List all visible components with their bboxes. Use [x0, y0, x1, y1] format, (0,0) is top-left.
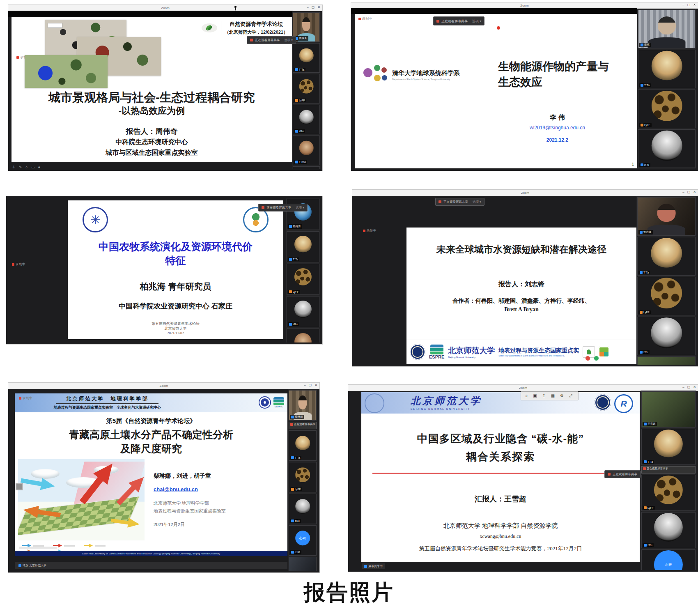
participant-tile[interactable]: 心研 心研	[289, 525, 317, 556]
options-menu[interactable]: 选项 ▾	[473, 200, 481, 204]
participant-tile[interactable]: 正在观看屏幕共享	[289, 422, 317, 429]
participant-tile[interactable]: 心研 心研	[293, 166, 320, 169]
close-icon[interactable]: ✕	[693, 190, 696, 194]
presenter-email-link[interactable]: wl2019@tsinghua.edu.cn	[486, 125, 629, 131]
options-menu[interactable]: 选项 ▾	[296, 206, 304, 210]
participant-name-chip: 心研	[290, 550, 301, 554]
viewing-banner[interactable]: 正在观看屏幕共享	[604, 470, 641, 478]
participant-avatar	[295, 467, 310, 482]
options-menu[interactable]: 选项 ▾	[472, 19, 481, 23]
participant-tile[interactable]: LyFF	[641, 475, 696, 511]
zoom-window-6: Zoom –▢✕ ♫ ▣ ↥ ▦ ⚙ ⤢ 北京师范大学 BEIJING NORM…	[348, 385, 698, 572]
minimize-icon[interactable]: –	[307, 5, 308, 9]
slide-title-line2: 耦合关系探索	[361, 450, 640, 464]
participant-tile[interactable]: zRu	[289, 494, 317, 524]
options-menu[interactable]: 选项 ▾	[284, 38, 293, 42]
participant-tile[interactable]: G`Lsk	[637, 356, 696, 365]
author-email-link[interactable]: chai@bnu.edu.cn	[154, 486, 198, 492]
zoom-window-5: Zoom –▢✕ 录制中 北京师范大学 地理科学学部 地表过程与资源生态国家重点…	[8, 383, 319, 572]
participant-tile[interactable]: 刘志锋	[637, 197, 696, 236]
close-icon[interactable]: ✕	[315, 383, 317, 387]
participant-name-chip: LyFF	[294, 99, 306, 102]
avatar-initials: 心研	[299, 536, 306, 540]
participant-tile[interactable]: T`Ta	[293, 43, 320, 73]
slide-tibetan-soil-moisture: 录制中 北京师范大学 地理科学学部 地表过程与资源生态国家重点实验室 全球变化与…	[15, 393, 287, 556]
participant-avatar	[295, 499, 310, 514]
window-titlebar[interactable]: Zoom –▢✕	[8, 383, 319, 389]
participant-name-chip: LyFF	[643, 506, 655, 510]
maximize-icon[interactable]: ▢	[687, 3, 691, 7]
viewing-banner[interactable]: 正在观看屏幕共享选项 ▾	[433, 16, 484, 25]
participant-status-icon	[641, 163, 643, 166]
participant-tile[interactable]: zRu	[638, 129, 696, 168]
zoom-window-1: Zoom –▢✕ 录制中 自然资源青年学术论坛 （北京师范大学，12/02/20…	[8, 5, 322, 171]
participant-tile[interactable]: zRu	[293, 105, 320, 134]
status-dots	[585, 356, 599, 361]
minimize-icon[interactable]: –	[682, 190, 684, 194]
participant-tile[interactable]: LyFF	[287, 264, 319, 295]
participant-tile[interactable]: F`naa	[293, 136, 320, 165]
window-titlebar[interactable]: Zoom –▢✕	[351, 2, 698, 9]
zoom-window-4: Zoom –▢✕ 录制中 正在观看屏幕共享选项 ▾ 未来全球城市水资源短缺和潜在…	[352, 190, 698, 366]
participant-avatar	[651, 238, 682, 269]
participant-tile[interactable]: 王雪超	[641, 391, 696, 428]
viewing-banner[interactable]: 正在观看屏幕共享选项 ▾	[247, 36, 296, 44]
participants-sidebar[interactable]: 王雪超 T`Ta 正在观看屏幕共享 LyFF	[641, 391, 696, 570]
participant-tile[interactable]: G`Lsk	[289, 557, 317, 571]
maximize-icon[interactable]: ▢	[687, 385, 691, 389]
participant-status-icon	[641, 84, 643, 87]
participant-name-chip: LyFF	[638, 310, 651, 314]
participant-status-icon	[644, 506, 647, 509]
map-legend-box	[48, 23, 62, 28]
participant-tile[interactable]: 周伟奇	[293, 12, 320, 42]
participant-tile[interactable]: LyFF	[289, 462, 317, 492]
close-icon[interactable]: ✕	[317, 5, 320, 9]
participant-tile[interactable]: zRu	[637, 317, 696, 355]
toolbar-handle-icon[interactable]	[16, 483, 23, 490]
participant-tile[interactable]: LyFF	[637, 277, 696, 315]
meeting-controls-toolbar[interactable]: ♫ ▣ ↥ ▦ ⚙ ⤢	[521, 391, 579, 400]
viewing-banner[interactable]: 正在观看屏幕共享选项 ▾	[435, 198, 484, 206]
participant-tile[interactable]: T`Ta	[637, 237, 696, 276]
participants-sidebar[interactable]: 李伟 T`Ta LyFF zRu	[637, 9, 696, 169]
participant-avatar	[651, 278, 682, 309]
close-icon[interactable]: ✕	[693, 385, 696, 389]
participant-tile[interactable]: F`naa	[287, 329, 319, 342]
participants-sidebar[interactable]: 刘志锋 T`Ta LyFF zRu	[636, 196, 696, 365]
participant-tile[interactable]: zRu	[641, 512, 696, 548]
participant-tile[interactable]: 李伟	[638, 10, 696, 48]
window-titlebar[interactable]: Zoom –▢✕	[348, 385, 698, 391]
participants-sidebar[interactable]: 柴琳娜 正在观看屏幕共享 T`Ta LyFF	[288, 389, 317, 571]
participant-tile[interactable]: T`Ta	[641, 429, 696, 465]
maximize-icon[interactable]: ▢	[687, 190, 691, 194]
close-icon[interactable]: ✕	[693, 3, 696, 7]
participant-name: T`Ta	[299, 68, 304, 71]
participant-tile[interactable]: T`Ta	[638, 50, 696, 88]
participant-tile[interactable]: LyFF	[638, 90, 696, 128]
participant-tile[interactable]: T`Ta	[287, 231, 319, 262]
participant-tile[interactable]: LyFF	[293, 74, 320, 103]
participants-sidebar[interactable]: 柏兆海 T`Ta LyFF zRu	[286, 198, 320, 342]
participant-tile[interactable]: T`Ta	[289, 430, 317, 461]
window-titlebar[interactable]: Zoom –▢✕	[352, 190, 698, 196]
minimize-icon[interactable]: –	[304, 383, 305, 387]
maximize-icon[interactable]: ▢	[309, 383, 312, 387]
report-photos-collage: Zoom –▢✕ 录制中 自然资源青年学术论坛 （北京师范大学，12/02/20…	[0, 0, 698, 616]
minimize-icon[interactable]: –	[682, 3, 684, 7]
affiliation-line: 北京师范大学 地理科学学部	[154, 500, 277, 506]
participant-status-icon	[644, 544, 647, 547]
participant-tile[interactable]: 正在观看屏幕共享	[641, 466, 696, 473]
participant-status-icon	[641, 124, 643, 126]
letterbox-bar	[8, 11, 293, 17]
annotation-toolbar[interactable]: ✛ ✎ ○ ▭ ⏺	[12, 165, 41, 170]
participant-avatar	[289, 557, 316, 571]
viewing-banner[interactable]: 正在观看屏幕共享选项 ▾	[258, 204, 308, 211]
window-titlebar[interactable]: Zoom –▢✕	[8, 5, 322, 11]
participant-tile[interactable]: 柴琳娜	[289, 390, 317, 421]
participant-tile[interactable]: zRu	[287, 296, 319, 327]
maximize-icon[interactable]: ▢	[312, 5, 315, 9]
participant-tile[interactable]: 心研 心研	[641, 549, 696, 570]
participants-sidebar[interactable]: 周伟奇 T`Ta LyFF zRu	[292, 11, 321, 169]
coauthors-line2: Brett A Bryan	[406, 306, 636, 313]
minimize-icon[interactable]: –	[682, 385, 684, 389]
